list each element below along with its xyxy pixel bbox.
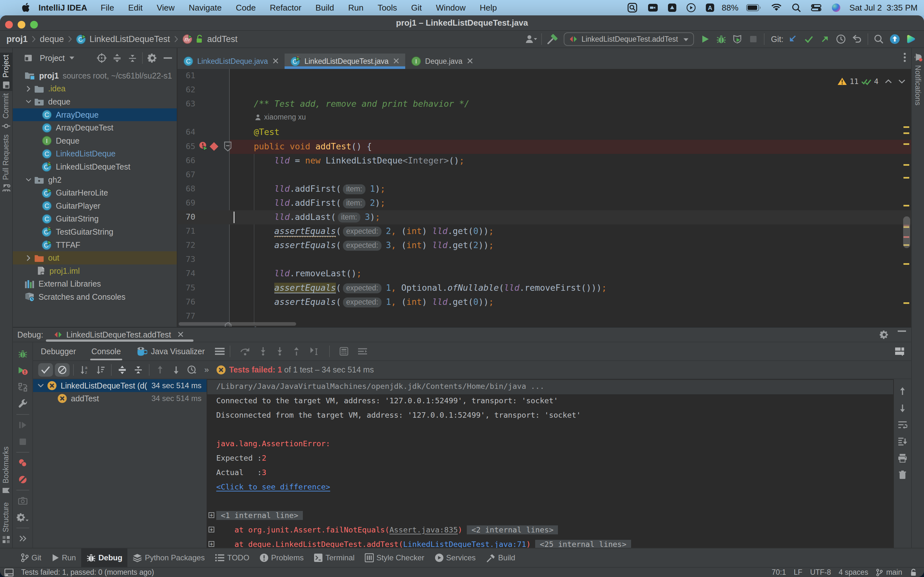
menu-intellij-idea[interactable]: IntelliJ IDEA bbox=[32, 3, 94, 13]
editor-line-70[interactable]: 70 lld.addLast(item:3); bbox=[178, 210, 911, 224]
more-actions-icon[interactable] bbox=[13, 530, 32, 547]
breadcrumb-addTest[interactable]: maddTest bbox=[182, 34, 238, 44]
error-stripe[interactable] bbox=[902, 69, 911, 327]
editor-tab-LinkedListDequeTest.java[interactable]: CLinkedListDequeTest.java bbox=[284, 53, 405, 69]
editor-line-77[interactable]: 77 bbox=[178, 309, 911, 324]
project-tree-item-TTFAF[interactable]: CTTFAF bbox=[13, 239, 177, 251]
settings-layout-icon[interactable] bbox=[357, 347, 368, 356]
toolwindow-toggle-icon[interactable] bbox=[5, 569, 13, 576]
breadcrumb-LinkedListDequeTest[interactable]: CLinkedListDequeTest bbox=[76, 34, 170, 44]
test-history-icon[interactable] bbox=[184, 362, 200, 378]
menu-clock[interactable]: Sat Jul 2 3:35 PM bbox=[850, 3, 918, 13]
tab-close-icon[interactable] bbox=[272, 56, 279, 66]
editor-line-75[interactable]: 75 assertEquals(expected:1, Optional.ofN… bbox=[178, 281, 911, 295]
collapse-all-icon[interactable] bbox=[125, 50, 140, 66]
method-breakpoint-icon[interactable] bbox=[210, 142, 218, 153]
console-down-icon[interactable] bbox=[899, 400, 906, 416]
profile-icon[interactable] bbox=[523, 32, 539, 46]
inspections-widget[interactable]: 11 4 bbox=[837, 77, 905, 85]
siri-icon[interactable] bbox=[832, 3, 841, 12]
show-passed-icon[interactable] bbox=[38, 363, 53, 377]
controlcenter-icon[interactable] bbox=[811, 4, 821, 11]
project-tree-item-GuitarString[interactable]: CGuitarString bbox=[13, 213, 177, 226]
project-tree-item-proj1[interactable]: proj1 sources root, ~/cs61bl/su22-s1 bbox=[13, 69, 177, 82]
menu-run[interactable]: Run bbox=[341, 3, 371, 13]
editor-line-63[interactable]: 63 /** Test add, remove and print behavi… bbox=[178, 97, 911, 111]
mute-breakpoints-icon[interactable] bbox=[13, 471, 32, 488]
next-failed-icon[interactable] bbox=[168, 362, 184, 378]
wifi-icon[interactable] bbox=[771, 4, 782, 11]
prev-problem-icon[interactable] bbox=[885, 79, 892, 84]
debug-tab-java-visualizer[interactable]: Java Visualizer bbox=[129, 342, 213, 360]
editor-line-71[interactable]: 71 assertEquals(expected:2, (int) lld.ge… bbox=[178, 224, 911, 239]
spotlight-icon[interactable] bbox=[792, 3, 801, 12]
project-tree-item-TestGuitarString[interactable]: CTestGuitarString bbox=[13, 226, 177, 239]
coverage-button[interactable] bbox=[729, 32, 745, 46]
tab-close-icon[interactable] bbox=[467, 56, 473, 66]
toolwindow-button-todo[interactable]: TODO bbox=[210, 548, 254, 567]
project-view-caret-icon[interactable] bbox=[67, 50, 76, 66]
ide-update-button[interactable] bbox=[887, 32, 903, 46]
toolwindow-button-git[interactable]: Git bbox=[15, 548, 47, 567]
sort-by-duration-icon[interactable] bbox=[92, 362, 108, 378]
editor-line-76[interactable]: 76 assertEquals(expected:1, (int) lld.ge… bbox=[178, 295, 911, 309]
author-annotation[interactable]: xiaomeng xu bbox=[233, 113, 306, 121]
menu-code[interactable]: Code bbox=[229, 3, 263, 13]
git-update-button[interactable] bbox=[785, 32, 801, 46]
letter-a-app-icon[interactable]: A bbox=[706, 3, 714, 12]
test-failed-run-icon[interactable] bbox=[199, 141, 209, 153]
readonly-toggle-icon[interactable] bbox=[910, 568, 918, 577]
select-opened-file-icon[interactable] bbox=[94, 50, 110, 66]
menu-build[interactable]: Build bbox=[309, 3, 341, 13]
project-tree-item-Deque[interactable]: IDeque bbox=[13, 134, 177, 147]
scroll-to-end-icon[interactable] bbox=[898, 433, 907, 450]
toolwindow-button-debug[interactable]: Debug bbox=[81, 548, 128, 567]
menu-refactor[interactable]: Refactor bbox=[263, 3, 309, 13]
editor-line-72[interactable]: 72 assertEquals(expected:3, (int) lld.ge… bbox=[178, 239, 911, 253]
menu-navigate[interactable]: Navigate bbox=[182, 3, 229, 13]
expand-all-icon[interactable] bbox=[114, 362, 130, 378]
apple-menu[interactable] bbox=[21, 3, 30, 13]
history-button[interactable] bbox=[833, 32, 849, 46]
menu-tools[interactable]: Tools bbox=[371, 3, 404, 13]
session-close-icon[interactable] bbox=[178, 330, 184, 340]
toolwindow-button-style-checker[interactable]: Style Checker bbox=[360, 548, 429, 567]
next-problem-icon[interactable] bbox=[898, 79, 905, 84]
menu-view[interactable]: View bbox=[150, 3, 182, 13]
git-branch-icon[interactable] bbox=[876, 569, 883, 576]
menu-window[interactable]: Window bbox=[429, 3, 473, 13]
sort-alphabetically-icon[interactable]: az bbox=[76, 362, 92, 378]
project-tree-item-GuitarHeroLite[interactable]: CGuitarHeroLite bbox=[13, 186, 177, 199]
editor-tab-LinkedListDeque.java[interactable]: CLinkedListDeque.java bbox=[178, 53, 284, 69]
tool-stripe-bookmarks[interactable]: Bookmarks bbox=[0, 443, 13, 498]
debug-session-tab[interactable]: LinkedListDequeTest.addTest bbox=[52, 327, 186, 342]
tool-stripe-pull-requests[interactable]: Pull Requests bbox=[0, 132, 13, 193]
code-with-me-button[interactable] bbox=[903, 32, 919, 46]
project-tree-item-gh2[interactable]: gh2 bbox=[13, 173, 177, 187]
fold-expand-icon[interactable]: + bbox=[208, 541, 214, 547]
fold-end-icon[interactable] bbox=[225, 319, 232, 327]
collapse-all-icon[interactable] bbox=[130, 362, 146, 378]
dropbox-app-icon[interactable] bbox=[668, 3, 676, 12]
play-circle-icon[interactable] bbox=[687, 3, 696, 12]
project-tree-item-.idea[interactable]: .idea bbox=[13, 82, 177, 95]
caret-position[interactable]: 70:1 bbox=[772, 568, 786, 577]
clear-console-icon[interactable] bbox=[898, 466, 907, 483]
debug-settings-gear-icon[interactable] bbox=[880, 330, 889, 339]
project-tree-item-out[interactable]: out bbox=[13, 251, 177, 264]
project-panel-title[interactable]: Project bbox=[40, 53, 65, 63]
toolbar-more-icon[interactable]: » bbox=[200, 362, 213, 378]
show-ignored-icon[interactable] bbox=[55, 363, 69, 377]
toolwindow-button-services[interactable]: Services bbox=[430, 548, 481, 567]
toolwindow-button-build[interactable]: Build bbox=[481, 548, 520, 567]
editor-line-61[interactable]: 61 bbox=[178, 69, 911, 83]
toolwindow-button-problems[interactable]: Problems bbox=[254, 548, 309, 567]
git-branch-name[interactable]: main bbox=[886, 568, 902, 577]
status-message[interactable]: Tests failed: 1, passed: 0 (moments ago) bbox=[21, 568, 154, 577]
project-tree-item-deque[interactable]: deque bbox=[13, 95, 177, 108]
editor-hscrollbar[interactable] bbox=[179, 322, 296, 326]
code-editor[interactable]: 616263 /** Test add, remove and print be… bbox=[178, 69, 911, 327]
build-hammer-icon[interactable] bbox=[544, 32, 561, 46]
debug-console[interactable]: /Library/Java/JavaVirtualMachines/openjd… bbox=[207, 379, 893, 548]
editor-scrollbar[interactable] bbox=[903, 216, 910, 248]
